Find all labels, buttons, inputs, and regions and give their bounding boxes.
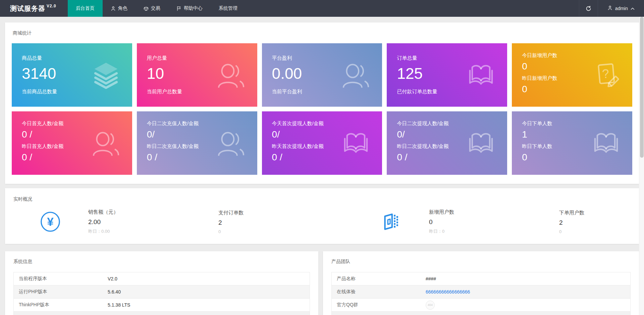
system-info-panel: 系统信息 当前程序版本V2.0运行PHP版本5.6.40ThinkPHP版本5.… bbox=[5, 251, 318, 315]
nav-item-label: 交易 bbox=[151, 5, 160, 11]
card-label: 今日首充人数/金额 bbox=[22, 120, 122, 127]
stat-sub: 昨日：0.00 bbox=[88, 228, 191, 234]
mall-stats-panel: 商城统计 商品总量3140当前商品总数量用户总量10当前用户总数量平台盈利0.0… bbox=[5, 22, 639, 184]
stats-cards-grid: 商品总量3140当前商品总数量用户总量10当前用户总数量平台盈利0.00当前平台… bbox=[12, 43, 632, 175]
nav-item-1[interactable]: 后台首页 bbox=[68, 0, 103, 17]
svg-text:¥: ¥ bbox=[47, 215, 54, 228]
row-label: ThinkPHP版本 bbox=[14, 302, 108, 308]
nav-item-2[interactable]: 角色 bbox=[103, 0, 136, 17]
row-value: 5.1.38 LTS bbox=[108, 302, 310, 308]
book-icon bbox=[466, 128, 496, 158]
realtime-stat: 支付订单数20 bbox=[218, 210, 321, 234]
nav-item-5[interactable]: 系统管理 bbox=[211, 0, 246, 17]
mall-stats-title: 商城统计 bbox=[13, 30, 632, 36]
username: admin bbox=[615, 6, 628, 11]
table-row: 官方QQ群404 bbox=[332, 299, 630, 312]
scales-icon bbox=[144, 6, 149, 11]
stat-label: 支付订单数 bbox=[218, 210, 321, 216]
nav-item-4[interactable]: 帮助中心 bbox=[168, 0, 211, 17]
user-icon bbox=[111, 6, 116, 11]
person-icon bbox=[216, 60, 246, 90]
main-content: 商城统计 商品总量3140当前商品总数量用户总量10当前用户总数量平台盈利0.0… bbox=[0, 17, 639, 315]
realtime-stat: 下单用户数20 bbox=[559, 210, 644, 234]
user-icon bbox=[607, 5, 612, 10]
app-title: 测试服务器 bbox=[10, 4, 45, 13]
system-info-title: 系统信息 bbox=[13, 259, 310, 265]
realtime-title: 实时概况 bbox=[13, 196, 631, 202]
stat-card-4: 订单总量125已付款订单总数量 bbox=[387, 43, 507, 107]
stat-card-8: 今天首次提现人数/金额0/昨天首次提现人数/金额0 / bbox=[262, 111, 382, 175]
row-label: 产品名称 bbox=[332, 276, 426, 282]
stat-card-2: 用户总量10当前用户总数量 bbox=[137, 43, 257, 107]
realtime-group-1: ¥销售额（元）2.00昨日：0.00支付订单数20 bbox=[40, 209, 321, 234]
navbar: 测试服务器V2.0 后台首页角色交易帮助中心系统管理 admin bbox=[0, 0, 644, 17]
bottom-row: 系统信息 当前程序版本V2.0运行PHP版本5.6.40ThinkPHP版本5.… bbox=[5, 251, 639, 315]
stat-sub: 0 bbox=[559, 229, 644, 234]
realtime-row: ¥销售额（元）2.00昨日：0.00支付订单数20新增用户数0昨日：0下单用户数… bbox=[13, 209, 631, 234]
row-label: 运行PHP版本 bbox=[14, 289, 108, 295]
user-menu[interactable]: admin bbox=[598, 0, 644, 17]
stat-value: 2.00 bbox=[88, 218, 191, 226]
scrollbar-track[interactable] bbox=[639, 17, 644, 315]
nav-item-label: 后台首页 bbox=[76, 5, 95, 11]
nav-item-3[interactable]: 交易 bbox=[136, 0, 168, 17]
stat-label: 新增用户数 bbox=[429, 209, 532, 215]
scrollbar-thumb[interactable] bbox=[640, 17, 644, 158]
stat-card-10: 今日下单人数1昨日下单人数0 bbox=[512, 111, 632, 175]
book-icon bbox=[466, 60, 496, 90]
stat-value: 2 bbox=[218, 219, 321, 226]
stat-card-3: 平台盈利0.00当前平台盈利 bbox=[262, 43, 382, 107]
stat-sub: 昨日：0 bbox=[429, 228, 532, 234]
app-brand: 测试服务器V2.0 bbox=[0, 0, 68, 17]
stat-card-9: 今日二次提现人数/金额0/昨日二次提现人数/金额0 / bbox=[387, 111, 507, 175]
svg-text:?: ? bbox=[601, 66, 609, 81]
book-icon bbox=[341, 128, 371, 158]
stat-label: 下单用户数 bbox=[559, 210, 644, 216]
person-icon bbox=[341, 60, 371, 90]
row-value: 404 bbox=[426, 301, 630, 310]
row-label: 在线体验 bbox=[332, 289, 426, 295]
card-label: 今天首次提现人数/金额 bbox=[272, 120, 372, 127]
navbar-right: admin bbox=[579, 0, 644, 17]
refresh-button[interactable] bbox=[579, 0, 598, 17]
realtime-group-2: 新增用户数0昨日：0下单用户数20 bbox=[381, 209, 644, 234]
table-row: 产品名称#### bbox=[332, 272, 630, 285]
stat-card-7: 今日二次充值人数/金额0/昨日二次充值人数/金额0 / bbox=[137, 111, 257, 175]
stat-value: 0 bbox=[429, 218, 532, 226]
card-label: 今日新增用户数 bbox=[522, 52, 622, 59]
online-demo-link[interactable]: 66666666666666666 bbox=[426, 289, 470, 295]
row-value: #### bbox=[426, 276, 630, 281]
stat-sub: 0 bbox=[218, 229, 321, 234]
row-label: 当前程序版本 bbox=[14, 276, 108, 282]
nav-menu: 后台首页角色交易帮助中心系统管理 bbox=[68, 0, 246, 17]
nav-item-label: 系统管理 bbox=[219, 5, 237, 11]
app-version: V2.0 bbox=[47, 4, 56, 8]
realtime-panel: 实时概况 ¥销售额（元）2.00昨日：0.00支付订单数20新增用户数0昨日：0… bbox=[5, 188, 639, 244]
caret-slot bbox=[631, 6, 635, 11]
user-icon-slot bbox=[607, 5, 612, 11]
stat-value: 2 bbox=[559, 219, 644, 226]
book-icon bbox=[591, 128, 621, 158]
card-label: 今日二次提现人数/金额 bbox=[397, 120, 497, 127]
row-value: V2.0 bbox=[108, 276, 310, 281]
nav-item-label: 角色 bbox=[118, 5, 127, 11]
stat-card-5: 今日新增用户数0昨日新增用户数0? bbox=[512, 43, 632, 107]
doc-question-icon: ? bbox=[591, 60, 621, 90]
stat-card-1: 商品总量3140当前商品总数量 bbox=[12, 43, 132, 107]
refresh-icon bbox=[586, 6, 591, 11]
row-label: 官方QQ群 bbox=[332, 302, 426, 308]
realtime-stat: 销售额（元）2.00昨日：0.00 bbox=[88, 209, 191, 234]
person-icon bbox=[91, 128, 121, 158]
system-info-table: 当前程序版本V2.0运行PHP版本5.6.40ThinkPHP版本5.1.38 … bbox=[13, 272, 310, 315]
realtime-stat: 新增用户数0昨日：0 bbox=[429, 209, 532, 234]
card-label: 今日二次充值人数/金额 bbox=[147, 120, 247, 127]
card-label: 今日下单人数 bbox=[522, 120, 622, 127]
stat-label: 销售额（元） bbox=[88, 209, 191, 215]
qq-badge: 404 bbox=[426, 301, 435, 310]
stat-card-6: 今日首充人数/金额0 /昨日首充人数/金额0 / bbox=[12, 111, 132, 175]
person-icon bbox=[216, 128, 246, 158]
nav-item-label: 帮助中心 bbox=[184, 5, 203, 11]
table-row bbox=[332, 312, 630, 315]
product-team-table: 产品名称####在线体验66666666666666666官方QQ群404 bbox=[331, 272, 631, 315]
row-value: 66666666666666666 bbox=[426, 289, 630, 295]
